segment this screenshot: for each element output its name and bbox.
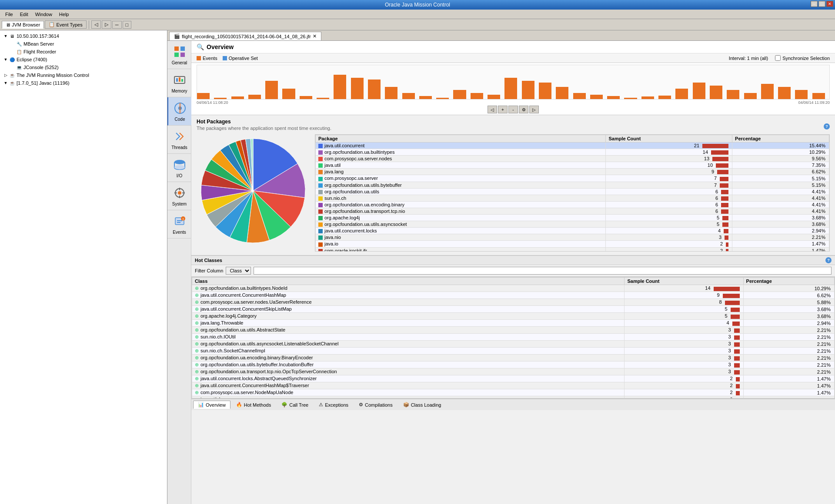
chart-canvas[interactable] [197, 65, 830, 99]
table-row[interactable]: ⊕org.opcfoundation.ua.builtintypes.NodeI… [192, 285, 835, 292]
table-row[interactable]: org.apache.log4j 5 3.68% [316, 215, 829, 221]
tree-item-mbean[interactable]: 🔧 MBean Server [2, 40, 165, 48]
table-row[interactable]: ⊕org.opcfoundation.ua.encoding.binary.Bi… [192, 355, 835, 361]
table-row[interactable]: ⊕java.util.Arrays 2 1.47% [192, 396, 835, 399]
filter-input[interactable] [254, 267, 832, 275]
class-percentage-cell: 2.21% [743, 355, 834, 361]
recording-tab[interactable]: 🎬 flight_recording_10501001573614_2014-0… [169, 32, 321, 40]
menu-file[interactable]: File [2, 11, 17, 18]
tree-item-eclipse[interactable]: ▼ 🔵 Eclipse (7400) [2, 56, 165, 63]
hot-packages-help[interactable]: ? [824, 123, 830, 129]
sidebar-item-code[interactable]: Code [167, 97, 191, 126]
close-button[interactable]: ✕ [826, 1, 833, 7]
class-sample-count-cell: 3 [625, 327, 743, 334]
tree-toggle[interactable]: ▼ [3, 34, 8, 38]
sync-checkbox[interactable] [775, 55, 781, 61]
class-icon: ⊕ [195, 306, 199, 312]
col-class[interactable]: Class [192, 278, 625, 285]
chart-zoom-in[interactable]: + [498, 106, 508, 113]
toolbar-back[interactable]: ◁ [91, 20, 101, 29]
table-row[interactable]: ⊕sun.nio.ch.IOUtil 3 2.21% [192, 334, 835, 341]
table-row[interactable]: ⊕java.lang.Throwable 4 2.94% [192, 320, 835, 327]
sidebar-item-events[interactable]: ! Events [167, 210, 191, 239]
table-row[interactable]: org.opcfoundation.ua.encoding.binary 6 4… [316, 201, 829, 208]
table-row[interactable]: ⊕java.util.concurrent.ConcurrentSkipList… [192, 306, 835, 313]
col-percentage[interactable]: Percentage [732, 135, 829, 143]
tree-toggle[interactable]: ▼ [3, 81, 8, 85]
class-name-cell: ⊕com.prosysopc.ua.server.NodeMapUaNode [192, 389, 625, 396]
table-row[interactable]: org.opcfoundation.ua.builtintypes 14 10.… [316, 149, 829, 156]
count-bar [734, 342, 740, 347]
jvm-browser-tab[interactable]: 🖥 JVM Browser [2, 21, 44, 29]
table-row[interactable]: ⊕org.opcfoundation.ua.transport.tcp.nio.… [192, 368, 835, 375]
tree-item-flight-recorder[interactable]: 📋 Flight Recorder [2, 48, 165, 56]
table-row[interactable]: ⊕java.util.concurrent.ConcurrentHashMap$… [192, 382, 835, 389]
class-name-cell: ⊕java.util.concurrent.ConcurrentHashMap [192, 292, 625, 299]
table-row[interactable]: org.opcfoundation.ua.transport.tcp.nio 6… [316, 208, 829, 214]
menu-edit[interactable]: Edit [17, 11, 32, 18]
svg-rect-0 [174, 46, 179, 51]
sidebar-item-system[interactable]: System [167, 182, 191, 210]
table-row[interactable]: java.io 2 1.47% [316, 241, 829, 247]
hot-classes-help[interactable]: ? [825, 257, 832, 263]
table-row[interactable]: ⊕org.opcfoundation.ua.utils.asyncsocket.… [192, 341, 835, 348]
table-row[interactable]: java.util.concurrent 21 15.44% [316, 143, 829, 149]
table-row[interactable]: ⊕java.util.concurrent.locks.AbstractQueu… [192, 375, 835, 382]
maximize-button[interactable]: □ [818, 1, 825, 7]
menu-help[interactable]: Help [56, 11, 73, 18]
toolbar-maximize[interactable]: □ [123, 21, 132, 29]
chart-forward[interactable]: ▷ [529, 106, 539, 113]
table-row[interactable]: ⊕com.prosysopc.ua.server.NodeMapUaNode 2… [192, 389, 835, 396]
bottom-tab-hot-methods[interactable]: 🔥 Hot Methods [231, 401, 276, 409]
sidebar-item-general[interactable]: General [167, 41, 191, 69]
menu-window[interactable]: Window [32, 11, 56, 18]
chart-settings[interactable]: ⚙ [519, 106, 528, 113]
table-row[interactable]: java.nio 3 2.21% [316, 234, 829, 241]
sync-selection[interactable]: Synchronize Selection [775, 55, 830, 61]
general-label: General [172, 60, 187, 65]
col-class-percentage[interactable]: Percentage [743, 278, 834, 285]
tree-item-javac[interactable]: ▼ ☕ [1.7.0_51] Javac (11196) [2, 79, 165, 87]
table-row[interactable]: com.prosysopc.ua.server.nodes 13 9.56% [316, 156, 829, 162]
bottom-tab-call-tree[interactable]: 🌳 Call Tree [277, 401, 313, 409]
bottom-tab-overview[interactable]: 📊 Overview [193, 401, 230, 409]
col-class-sample-count[interactable]: Sample Count [625, 278, 743, 285]
table-row[interactable]: java.util.concurrent.locks 4 2.94% [316, 228, 829, 234]
table-row[interactable]: com.oracle.jrockit.jfr 2 1.47% [316, 247, 829, 252]
bottom-tab-exceptions[interactable]: ⚠ Exceptions [314, 401, 353, 409]
table-row[interactable]: java.util 10 7.35% [316, 162, 829, 169]
chart-zoom-out[interactable]: - [508, 106, 518, 113]
tree-toggle[interactable]: ▷ [3, 73, 8, 77]
filter-column-select[interactable]: Class [226, 267, 251, 275]
table-row[interactable]: org.opcfoundation.ua.utils 6 4.41% [316, 188, 829, 195]
tree-toggle[interactable]: ▼ [3, 57, 8, 62]
table-row[interactable]: ⊕com.prosysopc.ua.server.nodes.UaServerR… [192, 299, 835, 306]
table-row[interactable]: java.lang 9 6.62% [316, 169, 829, 175]
toolbar-minimize[interactable]: ─ [112, 21, 122, 29]
tree-item-jvm-running[interactable]: ▷ ☕ The JVM Running Mission Control [2, 71, 165, 79]
table-row[interactable]: org.opcfoundation.ua.utils.bytebuffer 7 … [316, 182, 829, 188]
col-sample-count[interactable]: Sample Count [606, 135, 732, 143]
chart-back[interactable]: ◁ [488, 106, 497, 113]
table-row[interactable]: ⊕java.util.concurrent.ConcurrentHashMap … [192, 292, 835, 299]
bottom-tab-compilations[interactable]: ⚙ Compilations [354, 401, 397, 409]
table-row[interactable]: ⊕org.apache.log4j.Category 5 3.68% [192, 313, 835, 320]
event-types-tab[interactable]: 📋 Event Types [45, 20, 86, 29]
tree-item-jconsole[interactable]: 💻 JConsole (5252) [2, 63, 165, 71]
table-row[interactable]: ⊕org.opcfoundation.ua.utils.AbstractStat… [192, 327, 835, 334]
sidebar-item-threads[interactable]: Threads [167, 126, 191, 154]
bottom-tab-class-loading[interactable]: 📦 Class Loading [398, 401, 446, 409]
minimize-button[interactable]: ─ [811, 1, 818, 7]
sidebar-item-memory[interactable]: Memory [167, 69, 191, 97]
tab-close[interactable]: ✕ [313, 33, 317, 39]
table-row[interactable]: org.opcfoundation.ua.utils.asyncsocket 5… [316, 221, 829, 228]
col-package[interactable]: Package [316, 135, 606, 143]
table-row[interactable]: com.prosysopc.ua.server 7 5.15% [316, 175, 829, 182]
table-row[interactable]: ⊕sun.nio.ch.SocketChannelImpl 3 2.21% [192, 348, 835, 355]
tree-item-server[interactable]: ▼ 🖥 10.50.100.157:3614 [2, 32, 165, 40]
table-row[interactable]: ⊕org.opcfoundation.ua.utils.bytebuffer.I… [192, 361, 835, 368]
compilations-tab-icon: ⚙ [359, 402, 363, 408]
table-row[interactable]: sun.nio.ch 6 4.41% [316, 195, 829, 201]
toolbar-forward[interactable]: ▷ [102, 20, 111, 29]
sidebar-item-io[interactable]: I/O [167, 154, 191, 182]
